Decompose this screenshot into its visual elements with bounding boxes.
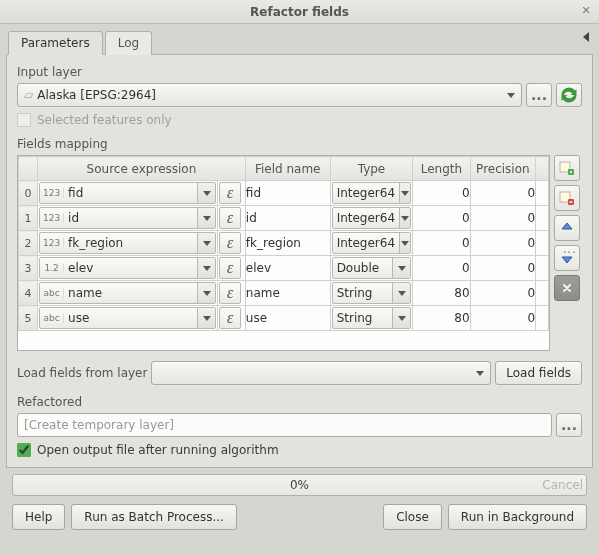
table-header-row: Source expression Field name Type Length…: [19, 157, 549, 181]
open-output-checkbox[interactable]: [17, 443, 31, 457]
length-cell[interactable]: 0: [413, 231, 470, 256]
progress-bar: 0%: [12, 474, 587, 496]
parameters-pane: Input layer ▱ Alaska [EPSG:2964] ... Sel…: [6, 54, 593, 468]
type-cell[interactable]: String: [330, 281, 413, 306]
move-up-button[interactable]: [554, 215, 580, 241]
field-name-cell[interactable]: use: [245, 306, 330, 331]
input-layer-iterate-button[interactable]: [556, 83, 582, 107]
load-from-combo[interactable]: [151, 361, 491, 385]
expr-dropdown-button[interactable]: [197, 258, 215, 278]
field-name-cell[interactable]: name: [245, 281, 330, 306]
fields-mapping-table[interactable]: Source expression Field name Type Length…: [17, 155, 550, 351]
source-expression-cell[interactable]: 123fid: [38, 181, 218, 206]
type-dropdown-button[interactable]: [399, 233, 410, 253]
type-dropdown-button[interactable]: [392, 258, 410, 278]
close-icon[interactable]: ✕: [579, 4, 593, 18]
source-expression-cell[interactable]: abcname: [38, 281, 218, 306]
row-index[interactable]: 3: [19, 256, 38, 281]
expr-dropdown-button[interactable]: [197, 183, 215, 203]
source-expression-cell[interactable]: 123fk_region: [38, 231, 218, 256]
close-button[interactable]: Close: [383, 504, 442, 530]
expr-dropdown-button[interactable]: [197, 233, 215, 253]
row-index[interactable]: 4: [19, 281, 38, 306]
length-cell[interactable]: 80: [413, 306, 470, 331]
refactored-browse-button[interactable]: ...: [556, 413, 582, 437]
expr-dropdown-button[interactable]: [197, 283, 215, 303]
table-row[interactable]: 2123fk_regionεfk_regionInteger6400: [19, 231, 549, 256]
field-name-cell[interactable]: elev: [245, 256, 330, 281]
refactored-placeholder: [Create temporary layer]: [24, 418, 174, 432]
row-index[interactable]: 1: [19, 206, 38, 231]
col-field-name[interactable]: Field name: [245, 157, 330, 181]
table-row[interactable]: 1123idεidInteger6400: [19, 206, 549, 231]
field-name-cell[interactable]: id: [245, 206, 330, 231]
remove-field-button[interactable]: [554, 185, 580, 211]
length-cell[interactable]: 80: [413, 281, 470, 306]
run-background-button[interactable]: Run in Background: [448, 504, 587, 530]
expression-editor-cell: ε: [218, 281, 246, 306]
reset-button[interactable]: [554, 275, 580, 301]
table-row[interactable]: 0123fidεfidInteger6400: [19, 181, 549, 206]
field-name-cell[interactable]: fid: [245, 181, 330, 206]
type-cell[interactable]: Integer64: [330, 206, 413, 231]
panel-collapse-icon[interactable]: [583, 32, 589, 42]
open-output-label: Open output file after running algorithm: [37, 443, 279, 457]
table-row[interactable]: 4abcnameεnameString800: [19, 281, 549, 306]
row-index[interactable]: 5: [19, 306, 38, 331]
row-index[interactable]: 2: [19, 231, 38, 256]
chevron-down-icon: [401, 191, 409, 196]
type-dropdown-button[interactable]: [399, 208, 410, 228]
source-expression-cell[interactable]: 1.2elev: [38, 256, 218, 281]
col-source-expression[interactable]: Source expression: [38, 157, 246, 181]
precision-cell[interactable]: 0: [470, 256, 536, 281]
expression-editor-button[interactable]: ε: [219, 282, 241, 304]
type-value: String: [333, 286, 393, 300]
source-expression-value: elev: [64, 261, 197, 275]
col-type[interactable]: Type: [330, 157, 413, 181]
run-batch-button[interactable]: Run as Batch Process...: [71, 504, 237, 530]
input-layer-combo[interactable]: ▱ Alaska [EPSG:2964]: [17, 83, 522, 107]
field-name-cell[interactable]: fk_region: [245, 231, 330, 256]
length-cell[interactable]: 0: [413, 256, 470, 281]
type-cell[interactable]: Integer64: [330, 231, 413, 256]
precision-cell[interactable]: 0: [470, 231, 536, 256]
table-row[interactable]: 31.2elevεelevDouble00: [19, 256, 549, 281]
add-field-button[interactable]: [554, 155, 580, 181]
precision-cell[interactable]: 0: [470, 181, 536, 206]
expression-editor-button[interactable]: ε: [219, 257, 241, 279]
precision-cell[interactable]: 0: [470, 306, 536, 331]
type-cell[interactable]: String: [330, 306, 413, 331]
load-fields-button[interactable]: Load fields: [495, 361, 582, 385]
type-dropdown-button[interactable]: [399, 183, 410, 203]
row-index[interactable]: 0: [19, 181, 38, 206]
type-value: Integer64: [333, 236, 399, 250]
col-idx[interactable]: [19, 157, 38, 181]
refactored-output-input[interactable]: [Create temporary layer]: [17, 413, 552, 437]
expr-dropdown-button[interactable]: [197, 308, 215, 328]
help-button[interactable]: Help: [12, 504, 65, 530]
length-cell[interactable]: 0: [413, 206, 470, 231]
source-expression-cell[interactable]: 123id: [38, 206, 218, 231]
chevron-down-icon: [401, 216, 409, 221]
col-precision[interactable]: Precision: [470, 157, 536, 181]
tab-log[interactable]: Log: [105, 31, 152, 55]
progress-text: 0%: [290, 478, 309, 492]
col-length[interactable]: Length: [413, 157, 470, 181]
type-cell[interactable]: Double: [330, 256, 413, 281]
precision-cell[interactable]: 0: [470, 281, 536, 306]
type-dropdown-button[interactable]: [392, 283, 410, 303]
input-layer-browse-button[interactable]: ...: [526, 83, 552, 107]
table-row[interactable]: 5abcuseεuseString800: [19, 306, 549, 331]
expression-editor-button[interactable]: ε: [219, 182, 241, 204]
expression-editor-button[interactable]: ε: [219, 207, 241, 229]
source-expression-cell[interactable]: abcuse: [38, 306, 218, 331]
resize-handle-icon[interactable]: ⋮: [562, 246, 578, 261]
tab-parameters[interactable]: Parameters: [8, 31, 103, 55]
type-dropdown-button[interactable]: [392, 308, 410, 328]
precision-cell[interactable]: 0: [470, 206, 536, 231]
expression-editor-button[interactable]: ε: [219, 307, 241, 329]
expression-editor-button[interactable]: ε: [219, 232, 241, 254]
type-cell[interactable]: Integer64: [330, 181, 413, 206]
length-cell[interactable]: 0: [413, 181, 470, 206]
expr-dropdown-button[interactable]: [197, 208, 215, 228]
